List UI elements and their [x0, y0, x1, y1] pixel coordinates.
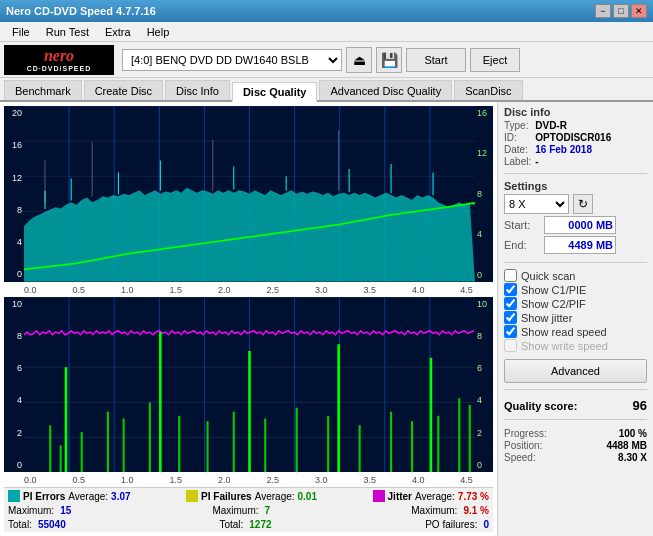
po-failures-label: PO failures: — [425, 519, 477, 530]
position-label: Position: — [504, 440, 542, 451]
drive-selector[interactable]: [4:0] BENQ DVD DD DW1640 BSLB — [122, 49, 342, 71]
label-label: Label: — [504, 156, 531, 167]
tab-advanced-disc-quality[interactable]: Advanced Disc Quality — [319, 80, 452, 100]
show-c2-pif-label: Show C2/PIF — [521, 298, 586, 310]
start-mb-row: Start: — [504, 216, 647, 234]
type-label: Type: — [504, 120, 531, 131]
minimize-button[interactable]: − — [595, 4, 611, 18]
id-value: OPTODISCR016 — [535, 132, 647, 143]
nero-logo-text: nero — [44, 47, 74, 65]
jitter-max-value: 9.1 % — [463, 505, 489, 516]
chart2-x-axis: 0.0 0.5 1.0 1.5 2.0 2.5 3.0 3.5 4.0 4.5 — [4, 475, 493, 485]
quick-scan-label: Quick scan — [521, 270, 575, 282]
speed-value: 8.30 X — [618, 452, 647, 463]
stats-row2: Maximum: 15 Maximum: 7 Maximum: 9.1 % — [4, 504, 493, 518]
label-value: - — [535, 156, 647, 167]
tab-disc-info[interactable]: Disc Info — [165, 80, 230, 100]
pi-failures-max: Maximum: 7 — [212, 505, 270, 516]
show-jitter-row: Show jitter — [504, 311, 647, 324]
jitter-max-label: Maximum: — [411, 505, 457, 516]
tab-scandisc[interactable]: ScanDisc — [454, 80, 522, 100]
quality-row: Quality score: 96 — [504, 398, 647, 413]
pi-errors-avg-label: Average: — [68, 491, 108, 502]
quick-scan-checkbox[interactable] — [504, 269, 517, 282]
quick-scan-row: Quick scan — [504, 269, 647, 282]
refresh-button[interactable]: ↻ — [573, 194, 593, 214]
menu-extra[interactable]: Extra — [97, 24, 139, 40]
window-title: Nero CD-DVD Speed 4.7.7.16 — [6, 5, 156, 17]
eject-toolbar-button[interactable]: Eject — [470, 48, 520, 72]
menu-file[interactable]: File — [4, 24, 38, 40]
pi-errors-max: Maximum: 15 — [8, 505, 71, 516]
speed-row-progress: Speed: 8.30 X — [504, 452, 647, 463]
chart2-y-left: 10 8 6 4 2 0 — [4, 297, 22, 473]
show-c2-pif-checkbox[interactable] — [504, 297, 517, 310]
speed-select[interactable]: 8 X — [504, 194, 569, 214]
advanced-button[interactable]: Advanced — [504, 359, 647, 383]
pi-errors-stat: PI Errors Average: 3.07 — [8, 490, 131, 502]
type-value: DVD-R — [535, 120, 647, 131]
jitter-legend — [373, 490, 385, 502]
show-jitter-label: Show jitter — [521, 312, 572, 324]
start-input[interactable] — [544, 216, 616, 234]
progress-row: Progress: 100 % — [504, 428, 647, 439]
pi-errors-max-label: Maximum: — [8, 505, 54, 516]
tabs-bar: Benchmark Create Disc Disc Info Disc Qua… — [0, 78, 653, 102]
show-c1-pie-label: Show C1/PIE — [521, 284, 586, 296]
quality-label: Quality score: — [504, 400, 577, 412]
tab-disc-quality[interactable]: Disc Quality — [232, 82, 318, 102]
pi-errors-total-label: Total: — [8, 519, 32, 530]
progress-value: 100 % — [619, 428, 647, 439]
id-label: ID: — [504, 132, 531, 143]
chart2-svg — [24, 297, 475, 473]
tab-create-disc[interactable]: Create Disc — [84, 80, 163, 100]
pi-errors-legend — [8, 490, 20, 502]
stats-row: PI Errors Average: 3.07 PI Failures Aver… — [4, 487, 493, 504]
end-input[interactable] — [544, 236, 616, 254]
start-button[interactable]: Start — [406, 48, 466, 72]
disc-info-grid: Type: DVD-R ID: OPTODISCR016 Date: 16 Fe… — [504, 120, 647, 167]
pi-failures-stat: PI Failures Average: 0.01 — [186, 490, 317, 502]
speed-label: Speed: — [504, 452, 536, 463]
pi-errors-avg-value: 3.07 — [111, 491, 130, 502]
save-button[interactable]: 💾 — [376, 47, 402, 73]
progress-section: Progress: 100 % Position: 4488 MB Speed:… — [504, 428, 647, 464]
pi-failures-total-value: 1272 — [249, 519, 271, 530]
settings-section: Settings 8 X ↻ Start: End: — [504, 180, 647, 256]
show-jitter-checkbox[interactable] — [504, 311, 517, 324]
menu-run-test[interactable]: Run Test — [38, 24, 97, 40]
jitter-avg-label: Average: — [415, 491, 455, 502]
pi-failures-legend — [186, 490, 198, 502]
chart1-svg — [24, 106, 475, 282]
pi-failures-total: Total: 1272 — [219, 519, 271, 530]
show-c2-pif-row: Show C2/PIF — [504, 297, 647, 310]
toolbar: nero CD·DVD/SPEED [4:0] BENQ DVD DD DW16… — [0, 42, 653, 78]
nero-logo-sub: CD·DVD/SPEED — [27, 65, 92, 72]
speed-row: 8 X ↻ — [504, 194, 647, 214]
tab-benchmark[interactable]: Benchmark — [4, 80, 82, 100]
show-read-speed-checkbox[interactable] — [504, 325, 517, 338]
eject-button[interactable]: ⏏ — [346, 47, 372, 73]
chart1-container: 20 16 12 8 4 0 16 12 8 4 0 — [4, 106, 493, 282]
progress-label: Progress: — [504, 428, 547, 439]
pi-failures-max-label: Maximum: — [212, 505, 258, 516]
chart2-container: 10 8 6 4 2 0 10 8 6 4 2 0 — [4, 297, 493, 473]
close-button[interactable]: ✕ — [631, 4, 647, 18]
show-c1-pie-checkbox[interactable] — [504, 283, 517, 296]
pi-failures-avg-value: 0.01 — [298, 491, 317, 502]
menu-help[interactable]: Help — [139, 24, 178, 40]
pi-errors-label: PI Errors — [23, 491, 65, 502]
show-write-speed-label: Show write speed — [521, 340, 608, 352]
show-read-speed-label: Show read speed — [521, 326, 607, 338]
disc-info-section: Disc info Type: DVD-R ID: OPTODISCR016 D… — [504, 106, 647, 167]
quality-value: 96 — [633, 398, 647, 413]
pi-errors-max-value: 15 — [60, 505, 71, 516]
end-label: End: — [504, 239, 540, 251]
jitter-max: Maximum: 9.1 % — [411, 505, 489, 516]
date-value: 16 Feb 2018 — [535, 144, 647, 155]
divider1 — [504, 173, 647, 174]
maximize-button[interactable]: □ — [613, 4, 629, 18]
chart1-y-left: 20 16 12 8 4 0 — [4, 106, 22, 282]
checkboxes-section: Quick scan Show C1/PIE Show C2/PIF Show … — [504, 269, 647, 353]
chart1-x-axis: 0.0 0.5 1.0 1.5 2.0 2.5 3.0 3.5 4.0 4.5 — [4, 285, 493, 295]
